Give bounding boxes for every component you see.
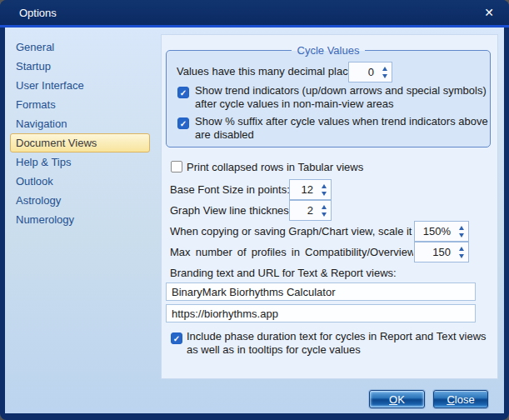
trend-indicators-checkbox[interactable]: ✓ xyxy=(177,87,189,98)
spinner-up-icon[interactable] xyxy=(382,67,387,71)
group-legend-wrap: Cycle Values xyxy=(167,44,490,57)
spinner-up-icon[interactable] xyxy=(459,226,464,230)
percent-suffix-label: Show % suffix after cycle values when tr… xyxy=(195,115,488,142)
spinner-arrows[interactable] xyxy=(455,242,468,262)
spinner-down-icon[interactable] xyxy=(322,212,327,217)
category-sidebar: General Startup User Interface Formats N… xyxy=(5,38,160,229)
title-bar[interactable]: Options ✕ xyxy=(0,0,509,25)
line-thickness-label: Graph View line thickness: xyxy=(170,204,297,217)
copy-scale-spinner[interactable]: 150% xyxy=(414,221,469,242)
spinner-up-icon[interactable] xyxy=(459,247,464,251)
sidebar-item-formats[interactable]: Formats xyxy=(10,95,150,114)
sidebar-item-navigation[interactable]: Navigation xyxy=(10,114,150,133)
spinner-down-icon[interactable] xyxy=(459,254,464,258)
spinner-arrows[interactable] xyxy=(317,180,331,199)
spinner-up-icon[interactable] xyxy=(322,205,327,209)
spinner-down-icon[interactable] xyxy=(382,74,387,78)
max-profiles-value[interactable]: 150 xyxy=(415,246,455,258)
line-thickness-value[interactable]: 2 xyxy=(290,204,317,217)
close-button-label: Close xyxy=(447,393,474,406)
copy-scale-label: When copying or saving Graph/Chart view,… xyxy=(170,225,424,238)
sidebar-item-numerology[interactable]: Numerology xyxy=(10,210,150,229)
phase-duration-checkbox[interactable]: ✓ xyxy=(171,332,182,344)
max-profiles-spinner[interactable]: 150 xyxy=(414,242,469,262)
decimal-places-label: Values have this many decimal places: xyxy=(177,65,362,78)
cycle-values-group: Cycle Values Values have this many decim… xyxy=(166,50,491,148)
print-collapsed-label: Print collapsed rows in Tabular views xyxy=(187,161,363,173)
spinner-arrows[interactable] xyxy=(378,62,392,82)
phase-duration-label: Include phase duration text for cycles i… xyxy=(187,330,487,357)
sidebar-item-outlook[interactable]: Outlook xyxy=(10,172,150,191)
spinner-down-icon[interactable] xyxy=(322,192,327,196)
branding-label: Branding text and URL for Text & Report … xyxy=(170,267,397,279)
close-icon[interactable]: ✕ xyxy=(471,0,507,25)
percent-suffix-checkbox[interactable]: ✓ xyxy=(177,118,189,129)
branding-text-input[interactable] xyxy=(166,282,476,301)
trend-indicators-label: Show trend indicators (up/down arrows an… xyxy=(195,84,487,111)
base-font-size-value[interactable]: 12 xyxy=(290,183,317,196)
close-button[interactable]: Close xyxy=(433,390,488,408)
max-profiles-label: Max number of profiles in Compatibility/… xyxy=(170,246,413,258)
spinner-up-icon[interactable] xyxy=(322,184,327,188)
spinner-arrows[interactable] xyxy=(317,201,331,220)
checkmark-icon: ✓ xyxy=(173,334,180,343)
line-thickness-spinner[interactable]: 2 xyxy=(289,200,332,221)
settings-panel: Cycle Values Values have this many decim… xyxy=(161,34,498,379)
ok-button-label: OK xyxy=(389,393,405,406)
checkmark-icon: ✓ xyxy=(180,119,187,128)
copy-scale-value[interactable]: 150% xyxy=(415,225,455,238)
branding-url-input[interactable] xyxy=(166,304,476,322)
print-collapsed-checkbox[interactable] xyxy=(171,161,182,172)
sidebar-item-astrology[interactable]: Astrology xyxy=(10,191,150,210)
options-dialog: Options ✕ General Startup User Interface… xyxy=(0,0,509,420)
sidebar-item-document-views[interactable]: Document Views xyxy=(10,133,150,152)
base-font-size-label: Base Font Size in points: xyxy=(170,183,290,196)
decimal-places-spinner[interactable]: 0 xyxy=(348,62,392,82)
decimal-places-value[interactable]: 0 xyxy=(349,66,378,78)
sidebar-item-help-tips[interactable]: Help & Tips xyxy=(10,152,150,172)
checkmark-icon: ✓ xyxy=(180,88,187,98)
sidebar-item-user-interface[interactable]: User Interface xyxy=(10,76,150,95)
group-legend: Cycle Values xyxy=(292,44,366,57)
spinner-down-icon[interactable] xyxy=(459,233,464,238)
sidebar-item-general[interactable]: General xyxy=(10,38,150,57)
spinner-arrows[interactable] xyxy=(455,222,468,241)
sidebar-item-startup[interactable]: Startup xyxy=(10,57,150,76)
dialog-body: General Startup User Interface Formats N… xyxy=(5,28,504,413)
base-font-size-spinner[interactable]: 12 xyxy=(289,179,332,200)
window-title: Options xyxy=(19,7,57,19)
ok-button[interactable]: OK xyxy=(369,390,425,408)
